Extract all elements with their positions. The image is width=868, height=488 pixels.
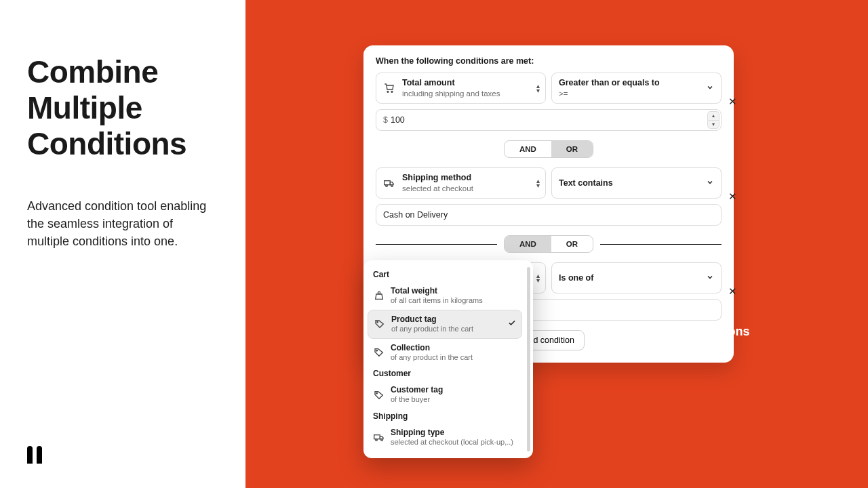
tag-icon [373,346,385,359]
operator-select[interactable]: Text contains [551,167,722,199]
logic-join-2: AND OR [376,235,722,253]
dropdown-group-header: Customer [368,366,529,381]
svg-point-3 [386,185,388,187]
tag-icon [374,318,386,330]
marketing-sidebar: Combine Multiple Conditions Advanced con… [0,0,245,488]
value-text: Cash on Delivery [383,210,448,220]
field-sublabel: including shipping and taxes [402,89,500,98]
chevron-down-icon [706,82,714,94]
svg-point-9 [376,392,378,394]
option-subtitle: of any product in the cart [391,325,473,334]
svg-point-8 [376,350,378,351]
svg-point-0 [387,91,389,92]
and-or-toggle[interactable]: AND OR [504,235,593,253]
option-subtitle: of any product in the cart [391,353,473,363]
step-down-icon[interactable]: ▾ [707,120,719,129]
tag-icon [373,389,385,401]
svg-point-7 [377,322,378,323]
remove-condition-button[interactable]: ✕ [727,96,738,108]
svg-point-4 [391,185,393,187]
option-subtitle: selected at checkout (local pick-up,..) [391,438,513,447]
divider-line [376,244,497,245]
operator-label: Greater than or equals to [559,78,660,89]
option-title: Product tag [391,314,473,325]
sort-caret-icon: ▴▾ [536,273,540,283]
check-icon [508,319,516,329]
chevron-down-icon [706,272,714,284]
headline-line: Multiple [27,90,142,125]
option-title: Collection [391,343,473,353]
hero-background: When the following conditions are met: T… [245,0,868,488]
and-option[interactable]: AND [505,236,551,252]
dropdown-group-header: Shipping [368,409,529,424]
svg-rect-2 [384,181,391,185]
option-title: Customer tag [391,385,443,395]
svg-point-12 [381,439,383,441]
and-or-toggle[interactable]: AND OR [504,140,593,158]
svg-rect-10 [374,435,380,439]
sort-caret-icon: ▴▾ [536,83,540,93]
weight-icon [373,289,385,302]
dropdown-group-header: Cart [368,267,529,282]
dropdown-option-total-weight[interactable]: Total weight of all cart items in kilogr… [368,282,522,310]
headline-line: Conditions [27,126,186,161]
option-subtitle: of the buyer [391,395,443,405]
value-text-input[interactable]: Cash on Delivery [376,204,722,226]
dropdown-option-collection[interactable]: Collection of any product in the cart [368,339,522,367]
operator-select[interactable]: Greater than or equals to >= [551,73,722,104]
svg-point-1 [391,91,393,92]
field-dropdown-panel[interactable]: Cart Total weight of all cart items in k… [363,260,533,458]
divider-line [600,244,722,245]
headline: Combine Multiple Conditions [27,54,218,162]
dropdown-option-shipping-type[interactable]: Shipping type selected at checkout (loca… [368,424,522,451]
truck-icon [373,431,385,443]
logic-join-1: AND OR [376,140,722,158]
headline-line: Combine [27,54,158,89]
cart-icon [383,82,395,94]
svg-point-6 [378,292,380,294]
dropdown-option-customer-tag[interactable]: Customer tag of the buyer [368,381,522,409]
operator-label: Text contains [559,178,613,188]
operator-label: Is one of [559,273,593,283]
condition-row-2: Shipping method selected at checkout ▴▾ … [376,167,722,226]
option-subtitle: of all cart items in kilograms [391,296,483,306]
remove-condition-button[interactable]: ✕ [727,190,738,203]
chevron-down-icon [706,177,714,189]
operator-sublabel: >= [559,89,660,98]
value-number-input[interactable]: $ 100 ▴ ▾ [376,109,722,131]
sort-caret-icon: ▴▾ [536,178,540,188]
card-title: When the following conditions are met: [376,56,722,66]
field-sublabel: selected at checkout [402,184,473,193]
and-option[interactable]: AND [505,141,551,157]
brand-logo [27,446,42,464]
number-stepper[interactable]: ▴ ▾ [707,111,719,129]
condition-field-select[interactable]: Total amount including shipping and taxe… [376,73,546,104]
svg-point-11 [376,439,378,441]
truck-icon [383,177,395,189]
option-title: Shipping type [391,428,513,438]
currency-prefix: $ [383,115,388,125]
condition-row-1: Total amount including shipping and taxe… [376,73,722,131]
operator-select[interactable]: Is one of [551,262,722,293]
field-label: Shipping method [402,173,473,184]
or-option[interactable]: OR [551,141,593,157]
subheadline: Advanced condition tool enabling the sea… [27,197,217,250]
remove-condition-button[interactable]: ✕ [727,285,738,298]
value-text: 100 [391,115,405,125]
dropdown-option-product-tag[interactable]: Product tag of any product in the cart [368,310,522,339]
option-title: Total weight [391,286,483,296]
or-option[interactable]: OR [551,236,593,252]
more-conditions-tagline: ...and 20+ more conditions [595,325,841,339]
field-label: Total amount [402,78,500,89]
step-up-icon[interactable]: ▴ [707,111,719,120]
condition-field-select[interactable]: Shipping method selected at checkout ▴▾ [376,167,546,199]
